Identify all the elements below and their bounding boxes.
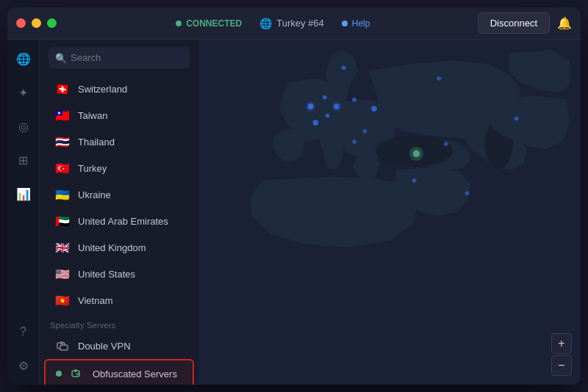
flag-turkey: 🇹🇷: [54, 160, 71, 176]
country-name: Vietnam: [78, 295, 112, 306]
disconnect-button[interactable]: Disconnect: [478, 12, 550, 34]
maximize-button[interactable]: [47, 18, 57, 28]
status-dot: [176, 21, 182, 26]
sidebar-icon-globe[interactable]: 🌐: [13, 48, 34, 69]
search-wrapper: 🔍: [49, 47, 190, 68]
sidebar-icon-settings[interactable]: ⚙: [13, 355, 34, 376]
title-center: CONNECTED 🌐 Turkey #64 Help: [68, 18, 478, 29]
svg-point-19: [331, 101, 341, 111]
svg-point-32: [465, 191, 470, 195]
server-name: Turkey #64: [276, 18, 324, 29]
list-item[interactable]: 🇬🇧 United Kingdom: [44, 234, 194, 261]
sidebar-icon-target[interactable]: ◎: [13, 116, 34, 137]
help-button[interactable]: Help: [342, 18, 370, 29]
list-item[interactable]: 🇺🇸 United States: [44, 261, 194, 287]
obfuscated-icon: [69, 366, 85, 382]
svg-point-21: [323, 95, 327, 100]
zoom-out-button[interactable]: −: [551, 355, 572, 376]
country-name: Switzerland: [78, 84, 127, 95]
connection-status: CONNECTED: [176, 18, 242, 29]
country-name: United Arab Emirates: [78, 216, 168, 227]
zoom-in-button[interactable]: +: [551, 333, 572, 354]
status-label: CONNECTED: [186, 18, 242, 29]
svg-point-26: [409, 147, 423, 161]
minimize-button[interactable]: [32, 18, 41, 28]
country-name: Thailand: [78, 137, 115, 148]
globe-icon: 🌐: [259, 18, 272, 29]
search-box: 🔍: [40, 40, 198, 76]
svg-point-22: [326, 114, 330, 118]
flag-thailand: 🇹🇭: [54, 134, 71, 150]
list-item[interactable]: 🇹🇼 Taiwan: [44, 102, 194, 128]
country-name: Taiwan: [78, 110, 107, 121]
flag-uk: 🇬🇧: [54, 239, 71, 255]
list-item[interactable]: 🇻🇳 Vietnam: [44, 287, 194, 313]
traffic-lights: [16, 18, 57, 28]
sidebar-icon-shield[interactable]: ✦: [13, 82, 34, 103]
specialty-section-label: Specialty Servers: [40, 313, 198, 333]
svg-point-34: [444, 142, 448, 146]
map-controls: + −: [551, 333, 572, 376]
flag-taiwan: 🇹🇼: [54, 107, 71, 123]
flag-ukraine: 🇺🇦: [54, 186, 71, 203]
title-bar: CONNECTED 🌐 Turkey #64 Help Disconnect 🔔: [7, 7, 581, 40]
obfuscated-status-dot: [56, 371, 62, 377]
bell-icon[interactable]: 🔔: [557, 16, 572, 30]
map-area: + −: [198, 40, 581, 385]
country-name: United States: [78, 269, 135, 280]
flag-uae: 🇦🇪: [54, 213, 71, 229]
specialty-item-label: Double VPN: [78, 341, 131, 352]
list-item[interactable]: 🇺🇦 Ukraine: [44, 181, 194, 208]
search-input[interactable]: [49, 47, 190, 68]
svg-point-17: [306, 101, 315, 111]
help-label: Help: [352, 18, 370, 29]
app-window: CONNECTED 🌐 Turkey #64 Help Disconnect 🔔…: [7, 7, 581, 385]
svg-point-28: [342, 65, 346, 70]
main-content: 🌐 ✦ ◎ ⊞ 📊 ? ⚙ 🔍 🇨🇭: [7, 40, 581, 385]
server-info: 🌐 Turkey #64: [259, 18, 324, 29]
svg-point-23: [352, 98, 356, 102]
list-item-double-vpn[interactable]: Double VPN: [44, 333, 194, 359]
svg-rect-1: [60, 345, 68, 350]
map-svg: [198, 40, 581, 385]
sidebar-icon-layers[interactable]: ⊞: [13, 150, 34, 170]
search-icon: 🔍: [55, 52, 67, 63]
help-dot: [342, 21, 348, 26]
sidebar: 🌐 ✦ ◎ ⊞ 📊 ? ⚙ 🔍 🇨🇭: [7, 40, 198, 385]
list-item[interactable]: 🇹🇷 Turkey: [44, 155, 194, 181]
svg-point-31: [412, 178, 417, 183]
flag-us: 🇺🇸: [54, 266, 71, 282]
svg-point-33: [514, 117, 519, 121]
list-item[interactable]: 🇹🇭 Thailand: [44, 128, 194, 155]
list-item[interactable]: 🇨🇭 Switzerland: [44, 76, 194, 102]
flag-switzerland: 🇨🇭: [54, 81, 71, 97]
sidebar-icon-help[interactable]: ?: [13, 322, 34, 342]
svg-point-27: [437, 76, 441, 81]
list-item-obfuscated[interactable]: Obfuscated Servers: [44, 359, 194, 385]
sidebar-icon-stats[interactable]: 📊: [13, 184, 34, 204]
svg-point-29: [363, 129, 368, 134]
country-name: United Kingdom: [78, 242, 146, 253]
double-vpn-icon: [54, 338, 71, 354]
country-name: Ukraine: [78, 189, 111, 200]
svg-point-30: [352, 139, 356, 144]
title-actions: Disconnect 🔔: [478, 12, 572, 34]
sidebar-icon-rail: 🌐 ✦ ◎ ⊞ 📊 ? ⚙: [7, 40, 40, 385]
specialty-item-label: Obfuscated Servers: [93, 369, 177, 380]
svg-point-20: [312, 120, 318, 126]
close-button[interactable]: [16, 18, 26, 28]
svg-point-24: [371, 106, 377, 112]
flag-vietnam: 🇻🇳: [54, 292, 71, 308]
sidebar-list: 🔍 🇨🇭 Switzerland 🇹🇼 Taiwan 🇹🇭 Thailand: [40, 40, 198, 385]
list-item[interactable]: 🇦🇪 United Arab Emirates: [44, 208, 194, 234]
country-name: Turkey: [78, 163, 107, 174]
